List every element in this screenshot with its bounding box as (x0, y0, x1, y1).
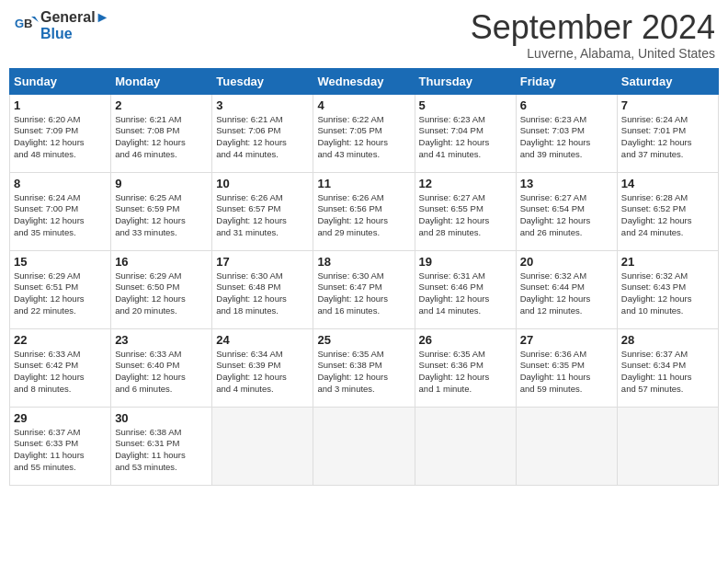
title-block: September 2024 Luverne, Alabama, United … (471, 9, 715, 61)
cell-info: Sunrise: 6:35 AM Sunset: 6:38 PM Dayligh… (317, 349, 410, 396)
cell-info: Sunrise: 6:26 AM Sunset: 6:57 PM Dayligh… (216, 192, 309, 239)
calendar-cell: 2Sunrise: 6:21 AM Sunset: 7:08 PM Daylig… (111, 94, 212, 172)
calendar-cell: 9Sunrise: 6:25 AM Sunset: 6:59 PM Daylig… (111, 172, 212, 250)
day-number: 13 (520, 177, 613, 190)
cell-info: Sunrise: 6:30 AM Sunset: 6:47 PM Dayligh… (317, 270, 410, 317)
day-number: 20 (520, 255, 613, 269)
calendar-cell: 17Sunrise: 6:30 AM Sunset: 6:48 PM Dayli… (212, 250, 313, 328)
weekday-header-tuesday: Tuesday (212, 68, 313, 94)
cell-info: Sunrise: 6:23 AM Sunset: 7:04 PM Dayligh… (419, 114, 512, 161)
cell-info: Sunrise: 6:32 AM Sunset: 6:44 PM Dayligh… (520, 270, 613, 317)
cell-info: Sunrise: 6:21 AM Sunset: 7:08 PM Dayligh… (115, 114, 208, 161)
day-number: 8 (14, 177, 107, 190)
calendar-cell: 22Sunrise: 6:33 AM Sunset: 6:42 PM Dayli… (10, 328, 111, 407)
day-number: 30 (115, 411, 208, 425)
cell-info: Sunrise: 6:31 AM Sunset: 6:46 PM Dayligh… (419, 270, 512, 317)
calendar-cell (313, 407, 415, 485)
cell-info: Sunrise: 6:26 AM Sunset: 6:56 PM Dayligh… (317, 192, 410, 239)
calendar-cell: 23Sunrise: 6:33 AM Sunset: 6:40 PM Dayli… (111, 328, 212, 407)
calendar-week-2: 8Sunrise: 6:24 AM Sunset: 7:00 PM Daylig… (10, 172, 719, 250)
day-number: 19 (419, 255, 512, 269)
day-number: 11 (317, 177, 410, 190)
day-number: 21 (621, 255, 714, 269)
cell-info: Sunrise: 6:29 AM Sunset: 6:50 PM Dayligh… (115, 270, 208, 317)
calendar-cell: 11Sunrise: 6:26 AM Sunset: 6:56 PM Dayli… (313, 172, 415, 250)
day-number: 9 (115, 177, 208, 190)
calendar-week-4: 22Sunrise: 6:33 AM Sunset: 6:42 PM Dayli… (10, 328, 719, 407)
logo: G B General► Blue (13, 9, 109, 41)
location: Luverne, Alabama, United States (471, 46, 715, 61)
calendar-cell: 14Sunrise: 6:28 AM Sunset: 6:52 PM Dayli… (617, 172, 718, 250)
logo-icon: G B (13, 13, 39, 39)
day-number: 17 (216, 255, 309, 269)
day-number: 1 (14, 98, 107, 112)
day-number: 23 (115, 333, 208, 347)
cell-info: Sunrise: 6:29 AM Sunset: 6:51 PM Dayligh… (14, 270, 107, 317)
day-number: 22 (14, 333, 107, 347)
cell-info: Sunrise: 6:35 AM Sunset: 6:36 PM Dayligh… (419, 349, 512, 396)
cell-info: Sunrise: 6:23 AM Sunset: 7:03 PM Dayligh… (520, 114, 613, 161)
calendar-cell: 27Sunrise: 6:36 AM Sunset: 6:35 PM Dayli… (516, 328, 617, 407)
calendar-cell: 1Sunrise: 6:20 AM Sunset: 7:09 PM Daylig… (10, 94, 111, 172)
weekday-header-wednesday: Wednesday (313, 68, 415, 94)
day-number: 14 (621, 177, 714, 190)
calendar-cell: 8Sunrise: 6:24 AM Sunset: 7:00 PM Daylig… (10, 172, 111, 250)
day-number: 12 (419, 177, 512, 190)
cell-info: Sunrise: 6:34 AM Sunset: 6:39 PM Dayligh… (216, 349, 309, 396)
calendar-cell: 26Sunrise: 6:35 AM Sunset: 6:36 PM Dayli… (415, 328, 516, 407)
day-number: 26 (419, 333, 512, 347)
cell-info: Sunrise: 6:33 AM Sunset: 6:42 PM Dayligh… (14, 349, 107, 396)
cell-info: Sunrise: 6:22 AM Sunset: 7:05 PM Dayligh… (317, 114, 410, 161)
cell-info: Sunrise: 6:30 AM Sunset: 6:48 PM Dayligh… (216, 270, 309, 317)
calendar-cell: 28Sunrise: 6:37 AM Sunset: 6:34 PM Dayli… (617, 328, 718, 407)
calendar-cell: 6Sunrise: 6:23 AM Sunset: 7:03 PM Daylig… (516, 94, 617, 172)
day-number: 24 (216, 333, 309, 347)
cell-info: Sunrise: 6:27 AM Sunset: 6:55 PM Dayligh… (419, 192, 512, 239)
cell-info: Sunrise: 6:24 AM Sunset: 7:01 PM Dayligh… (621, 114, 714, 161)
cell-info: Sunrise: 6:32 AM Sunset: 6:43 PM Dayligh… (621, 270, 714, 317)
cell-info: Sunrise: 6:21 AM Sunset: 7:06 PM Dayligh… (216, 114, 309, 161)
day-number: 27 (520, 333, 613, 347)
cell-info: Sunrise: 6:37 AM Sunset: 6:34 PM Dayligh… (621, 349, 714, 396)
cell-info: Sunrise: 6:36 AM Sunset: 6:35 PM Dayligh… (520, 349, 613, 396)
cell-info: Sunrise: 6:27 AM Sunset: 6:54 PM Dayligh… (520, 192, 613, 239)
calendar-week-1: 1Sunrise: 6:20 AM Sunset: 7:09 PM Daylig… (10, 94, 719, 172)
day-number: 3 (216, 98, 309, 112)
calendar-cell: 18Sunrise: 6:30 AM Sunset: 6:47 PM Dayli… (313, 250, 415, 328)
svg-text:G: G (15, 17, 24, 30)
day-number: 6 (520, 98, 613, 112)
cell-info: Sunrise: 6:25 AM Sunset: 6:59 PM Dayligh… (115, 192, 208, 239)
day-number: 4 (317, 98, 410, 112)
cell-info: Sunrise: 6:24 AM Sunset: 7:00 PM Dayligh… (14, 192, 107, 239)
calendar-cell (415, 407, 516, 485)
weekday-header-row: SundayMondayTuesdayWednesdayThursdayFrid… (10, 68, 719, 94)
day-number: 15 (14, 255, 107, 269)
weekday-header-sunday: Sunday (10, 68, 111, 94)
day-number: 2 (115, 98, 208, 112)
calendar-cell: 29Sunrise: 6:37 AM Sunset: 6:33 PM Dayli… (10, 407, 111, 485)
day-number: 29 (14, 411, 107, 425)
cell-info: Sunrise: 6:38 AM Sunset: 6:31 PM Dayligh… (115, 427, 208, 474)
calendar-cell (212, 407, 313, 485)
day-number: 10 (216, 177, 309, 190)
calendar-cell: 15Sunrise: 6:29 AM Sunset: 6:51 PM Dayli… (10, 250, 111, 328)
calendar-week-3: 15Sunrise: 6:29 AM Sunset: 6:51 PM Dayli… (10, 250, 719, 328)
day-number: 25 (317, 333, 410, 347)
weekday-header-monday: Monday (111, 68, 212, 94)
calendar-cell: 21Sunrise: 6:32 AM Sunset: 6:43 PM Dayli… (617, 250, 718, 328)
calendar-cell: 7Sunrise: 6:24 AM Sunset: 7:01 PM Daylig… (617, 94, 718, 172)
calendar-cell: 3Sunrise: 6:21 AM Sunset: 7:06 PM Daylig… (212, 94, 313, 172)
month-title: September 2024 (471, 9, 715, 46)
cell-info: Sunrise: 6:20 AM Sunset: 7:09 PM Dayligh… (14, 114, 107, 161)
calendar-week-5: 29Sunrise: 6:37 AM Sunset: 6:33 PM Dayli… (10, 407, 719, 485)
calendar-cell: 30Sunrise: 6:38 AM Sunset: 6:31 PM Dayli… (111, 407, 212, 485)
day-number: 16 (115, 255, 208, 269)
calendar-cell: 10Sunrise: 6:26 AM Sunset: 6:57 PM Dayli… (212, 172, 313, 250)
calendar-cell: 4Sunrise: 6:22 AM Sunset: 7:05 PM Daylig… (313, 94, 415, 172)
logo-text: General► Blue (40, 9, 109, 41)
cell-info: Sunrise: 6:37 AM Sunset: 6:33 PM Dayligh… (14, 427, 107, 474)
calendar-cell (516, 407, 617, 485)
cell-info: Sunrise: 6:33 AM Sunset: 6:40 PM Dayligh… (115, 349, 208, 396)
day-number: 18 (317, 255, 410, 269)
calendar-cell: 12Sunrise: 6:27 AM Sunset: 6:55 PM Dayli… (415, 172, 516, 250)
